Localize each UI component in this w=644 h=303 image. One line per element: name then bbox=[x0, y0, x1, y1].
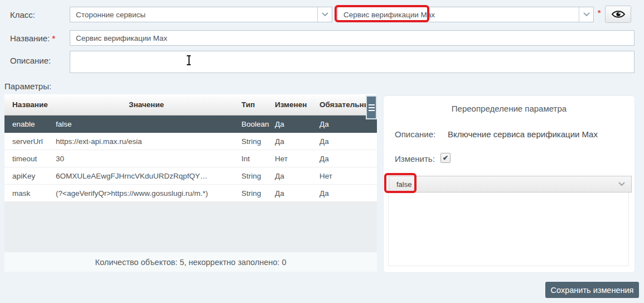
cell-name: apiKey bbox=[4, 172, 56, 180]
panel-empty-area bbox=[388, 193, 629, 266]
view-object-button[interactable] bbox=[605, 6, 631, 23]
table-row-apikey[interactable]: apiKey 6OMXULeAEwgFJHrncVKduURDzRqpfQY… … bbox=[4, 167, 377, 185]
class-label: Класс: bbox=[10, 10, 35, 20]
parameters-table: Название Значение Тип Изменен Обязательн… bbox=[4, 94, 377, 272]
cell-changed: Да bbox=[270, 137, 315, 146]
change-label: Изменить: bbox=[395, 154, 435, 163]
cell-name: timeout bbox=[4, 155, 56, 163]
panel-description-value: Включение сервиса верификации Max bbox=[448, 129, 598, 139]
table-footer: Количество объектов: 5, некорректно запо… bbox=[4, 252, 377, 272]
description-input[interactable] bbox=[70, 51, 635, 73]
cell-name: mask bbox=[4, 189, 56, 198]
name-label-text: Название: bbox=[10, 33, 50, 43]
cell-type: String bbox=[237, 172, 270, 180]
cell-type: String bbox=[237, 189, 270, 198]
cell-name: serverUrl bbox=[4, 137, 56, 146]
cell-required: Да bbox=[315, 120, 377, 128]
parameter-value: false bbox=[389, 180, 612, 189]
table-row-timeout[interactable]: timeout 30 Int Нет Да bbox=[4, 150, 377, 167]
table-header-row: Название Значение Тип Изменен Обязательн… bbox=[4, 94, 377, 116]
name-label: Название: * bbox=[10, 33, 55, 43]
panel-description-label: Описание: bbox=[395, 129, 435, 139]
required-marker: * bbox=[52, 34, 55, 43]
checkmark-icon: ✔ bbox=[443, 154, 448, 162]
chevron-down-icon[interactable] bbox=[612, 182, 631, 186]
cell-changed: Да bbox=[270, 172, 315, 180]
cell-changed: Да bbox=[270, 189, 315, 198]
table-row-mask[interactable]: mask (?<ageVerifyQr>https://www.gosuslug… bbox=[4, 185, 377, 202]
cell-required: Да bbox=[315, 189, 377, 198]
cell-changed: Да bbox=[270, 120, 315, 128]
class-category-value: Сторонние сервисы bbox=[70, 11, 317, 19]
description-label: Описание: bbox=[10, 56, 51, 65]
required-marker: * bbox=[598, 8, 601, 17]
save-button[interactable]: Сохранить изменения bbox=[545, 282, 639, 298]
class-label-text: Класс: bbox=[10, 10, 35, 20]
column-header-type[interactable]: Тип bbox=[237, 100, 270, 109]
override-panel: Переопределение параметра Описание: Вклю… bbox=[384, 96, 635, 272]
table-empty-area bbox=[4, 202, 377, 252]
table-row-enable[interactable]: enable false Boolean Да Да bbox=[4, 116, 377, 133]
cell-required: Нет bbox=[315, 172, 377, 180]
class-instance-value: Сервис верификации Max bbox=[338, 11, 579, 19]
column-header-name[interactable]: Название bbox=[4, 100, 56, 109]
cell-value: false bbox=[56, 120, 237, 128]
cell-value: https://ext-api.max.ru/esia bbox=[56, 137, 237, 146]
parameter-value-select[interactable]: false bbox=[389, 176, 632, 193]
parameter-editor-page: Класс: Сторонние сервисы Сервис верифика… bbox=[0, 0, 644, 303]
panel-title: Переопределение параметра bbox=[384, 104, 635, 113]
change-checkbox[interactable]: ✔ bbox=[440, 153, 451, 163]
column-header-value[interactable]: Значение bbox=[56, 100, 237, 109]
object-count-text: Количество объектов: 5, некорректно запо… bbox=[95, 258, 287, 267]
cell-name: enable bbox=[4, 120, 56, 128]
cell-changed: Нет bbox=[270, 155, 315, 163]
cell-type: String bbox=[237, 137, 270, 146]
cell-type: Boolean bbox=[237, 120, 270, 128]
table-row-serverurl[interactable]: serverUrl https://ext-api.max.ru/esia St… bbox=[4, 133, 377, 150]
eye-icon bbox=[611, 9, 626, 19]
cell-value: 30 bbox=[56, 155, 237, 163]
cell-required: Да bbox=[315, 155, 377, 163]
class-instance-select[interactable]: Сервис верификации Max bbox=[337, 7, 594, 22]
name-input-value: Сервис верификации Max bbox=[76, 34, 167, 42]
cell-value: 6OMXULeAEwgFJHrncVKduURDzRqpfQY… bbox=[56, 172, 237, 180]
description-label-text: Описание: bbox=[10, 56, 51, 65]
column-header-changed[interactable]: Изменен bbox=[270, 100, 315, 109]
text-cursor-icon bbox=[186, 55, 191, 65]
parameters-section-label: Параметры: bbox=[4, 81, 51, 91]
name-input[interactable]: Сервис верификации Max bbox=[70, 30, 635, 46]
cell-value: (?<ageVerifyQr>https://www.gosuslugi.ru/… bbox=[56, 189, 237, 198]
chevron-down-icon[interactable] bbox=[317, 7, 332, 22]
cell-type: Int bbox=[237, 155, 270, 163]
chevron-down-icon[interactable] bbox=[579, 7, 593, 22]
cell-required: Да bbox=[315, 137, 377, 146]
class-category-select[interactable]: Сторонние сервисы bbox=[70, 7, 332, 22]
table-menu-button[interactable] bbox=[366, 95, 377, 119]
